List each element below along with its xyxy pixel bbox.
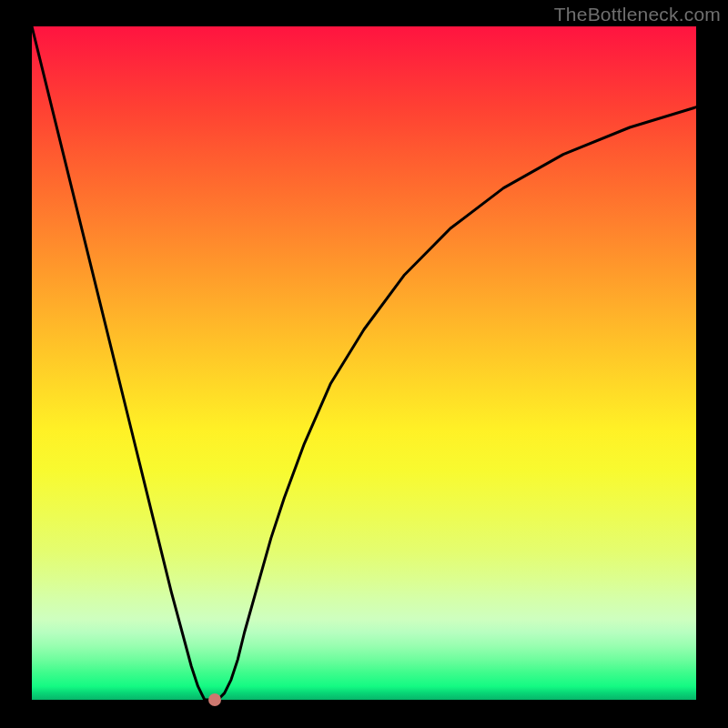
- chart-stage: TheBottleneck.com: [0, 0, 728, 728]
- plot-area: [32, 26, 696, 700]
- curve-svg: [32, 26, 696, 700]
- min-point-marker: [208, 693, 221, 706]
- watermark-text: TheBottleneck.com: [554, 4, 721, 25]
- bottleneck-curve: [32, 26, 696, 700]
